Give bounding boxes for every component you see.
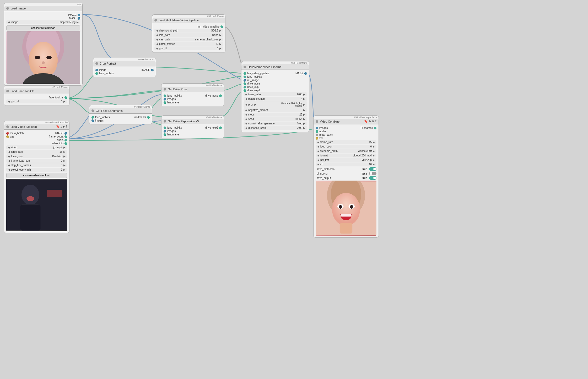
output-filenames-port-59[interactable] [374, 127, 376, 129]
arrow-left-crf[interactable]: ◀ [317, 163, 319, 166]
arrow-left-prompt[interactable]: ◀ [245, 103, 247, 106]
input-face-toolkits-port-43[interactable] [91, 116, 94, 119]
arrow-right-tr[interactable]: ▶ [303, 93, 305, 96]
output-image-port-48[interactable] [64, 132, 67, 135]
output-face-toolkits-port[interactable] [64, 96, 67, 99]
upload-video-button[interactable]: choose video to upload [6, 173, 67, 178]
input-images-port-59[interactable] [316, 127, 318, 129]
field-video[interactable]: ◀ video jgz.mp4 ▶ [6, 145, 67, 149]
arrow-right-fmt[interactable]: ▶ [373, 154, 375, 157]
arrow-left-video[interactable]: ◀ [8, 146, 10, 149]
arrow-right-fs[interactable]: ▶ [63, 155, 66, 158]
input-audio-port-59[interactable] [316, 130, 318, 133]
arrow-right-crf[interactable]: ▶ [373, 163, 375, 166]
arrow-right-lc[interactable]: ▶ [373, 145, 375, 148]
input-face-toolkits-port-56[interactable] [164, 127, 166, 129]
field-seed[interactable]: ◀ seed 98354 ▶ [244, 117, 307, 121]
arrow-left-tr[interactable]: ◀ [245, 93, 247, 96]
arrow-left-sff[interactable]: ◀ [8, 164, 10, 167]
arrow-right-prompt[interactable]: ▶ [303, 103, 305, 106]
input-meta-batch-port-59[interactable] [316, 134, 318, 136]
arrow-left-fmt[interactable]: ◀ [317, 154, 319, 157]
input-ref-image-port-53[interactable] [244, 79, 246, 82]
pingpong-toggle[interactable] [369, 172, 376, 175]
output-audio-port[interactable] [64, 139, 67, 141]
output-image-port-53[interactable] [304, 72, 307, 75]
arrow-right-gpu[interactable]: ▶ [63, 100, 66, 103]
field-steps[interactable]: ◀ steps 25 ▶ [244, 113, 307, 117]
arrow-left-sen[interactable]: ◀ [8, 168, 10, 171]
arrow-right-lp[interactable]: ▶ [219, 34, 222, 36]
input-face-toolkits-port-44[interactable] [164, 94, 166, 97]
arrow-right-frate[interactable]: ▶ [373, 141, 375, 144]
field-gpu-id[interactable]: ◀ gpu_id 0 ▶ [6, 99, 67, 103]
arrow-left-gpu[interactable]: ◀ [8, 100, 10, 103]
arrow-right-flc[interactable]: ▶ [63, 159, 66, 162]
arrow-left-gpu57[interactable]: ◀ [156, 47, 158, 50]
arrow-left-pf[interactable]: ◀ [156, 43, 158, 45]
arrow-left-po[interactable]: ◀ [245, 97, 247, 100]
field-format-59[interactable]: ◀ format video/h264-mp4 ▶ [316, 154, 376, 157]
input-face-toolkits-port-53[interactable] [244, 76, 246, 78]
arrow-right-gpu57[interactable]: ▶ [219, 47, 222, 50]
save-metadata-toggle[interactable] [369, 167, 376, 171]
field-frame-load-cap[interactable]: ◀ frame_load_cap 0 ▶ [6, 159, 67, 163]
save-output-toggle[interactable] [369, 176, 376, 180]
field-guidance-scale[interactable]: ◀ guidance_scale 2.00 ▶ [244, 126, 307, 130]
field-force-size[interactable]: ◀ force_size Disabled ▶ [6, 154, 67, 158]
arrow-left-gs[interactable]: ◀ [245, 127, 247, 129]
output-image-port[interactable] [78, 14, 80, 16]
output-drive-exp2-port-56[interactable] [219, 127, 222, 129]
arrow-right-fr[interactable]: ▶ [63, 150, 66, 153]
field-loop-count-59[interactable]: ◀ loop_count 0 ▶ [316, 145, 376, 149]
input-hm-video-pipeline-port-53[interactable] [244, 72, 246, 75]
arrow-left-fp[interactable]: ◀ [317, 150, 319, 152]
field-gpu-id-57[interactable]: ◀ gpu_id 0 ▶ [154, 46, 223, 50]
arrow-left-lc[interactable]: ◀ [317, 145, 319, 148]
arrow-right-image[interactable]: ▶ [77, 21, 79, 24]
field-patch-overlap[interactable]: ◀ patch_overlap 4 ▶ [244, 97, 307, 101]
arrow-right-sff[interactable]: ▶ [63, 164, 66, 167]
input-landmarks-port-56[interactable] [164, 133, 166, 136]
input-vae-port-59[interactable] [316, 137, 318, 140]
arrow-right-seed[interactable]: ▶ [303, 118, 305, 120]
arrow-left-np[interactable]: ◀ [245, 109, 247, 112]
input-images-port-43[interactable] [91, 119, 94, 122]
upload-file-button[interactable]: choose file to upload [6, 25, 80, 30]
arrow-right-sen[interactable]: ▶ [63, 168, 66, 171]
field-image[interactable]: ◀ image majicmix2.jpg ▶ [6, 20, 80, 24]
field-checkpoint-path[interactable]: ◀ checkpoint_path SD1.5 ▶ [154, 29, 223, 33]
arrow-left-vp[interactable]: ◀ [156, 38, 158, 41]
input-images-port-44[interactable] [164, 98, 166, 101]
field-crf-59[interactable]: ◀ crf 18 ▶ [316, 162, 376, 166]
field-filename-prefix-59[interactable]: ◀ filename_prefix AnimateDiff ▶ [316, 149, 376, 153]
arrow-right-fp[interactable]: ▶ [373, 150, 375, 152]
arrow-left-cp[interactable]: ◀ [156, 29, 158, 32]
field-vae-path[interactable]: ◀ vae_path same as checkpoint ▶ [154, 38, 223, 41]
field-lora-path[interactable]: ◀ lora_path None ▶ [154, 33, 223, 37]
output-drive-pose-port-44[interactable] [219, 94, 222, 97]
arrow-right-po[interactable]: ▶ [303, 97, 305, 100]
arrow-right-video[interactable]: ▶ [63, 146, 66, 149]
field-force-rate[interactable]: ◀ force_rate 15 ▶ [6, 150, 67, 154]
arrow-right-vp[interactable]: ▶ [219, 38, 222, 41]
field-negative-prompt[interactable]: ◀ negative_prompt ▶ [244, 108, 307, 112]
arrow-right-cp[interactable]: ▶ [219, 29, 222, 32]
arrow-left-cag[interactable]: ◀ [245, 122, 247, 125]
output-mask-port[interactable] [78, 17, 80, 20]
arrow-left-fr[interactable]: ◀ [8, 150, 10, 153]
arrow-left-fs[interactable]: ◀ [8, 155, 10, 158]
output-frame-count-port[interactable] [64, 135, 67, 138]
arrow-right-gs[interactable]: ▶ [303, 127, 305, 129]
field-trans-ratio[interactable]: ◀ trans_ratio 0.00 ▶ [244, 92, 307, 96]
arrow-left-steps[interactable]: ◀ [245, 113, 247, 116]
output-hm-video-pipeline-port[interactable] [220, 25, 223, 28]
field-prompt[interactable]: ◀ prompt (best quality), highly detaile … [244, 101, 307, 108]
field-control-after-generate[interactable]: ◀ control_after_generate fixed ▶ [244, 122, 307, 125]
input-vae-port[interactable] [6, 135, 9, 138]
arrow-left-seed[interactable]: ◀ [245, 118, 247, 120]
arrow-left-image[interactable]: ◀ [8, 21, 10, 24]
field-skip-first-frames[interactable]: ◀ skip_first_frames 0 ▶ [6, 163, 67, 167]
arrow-right-pf[interactable]: ▶ [219, 43, 222, 45]
arrow-right-cag[interactable]: ▶ [303, 122, 305, 125]
